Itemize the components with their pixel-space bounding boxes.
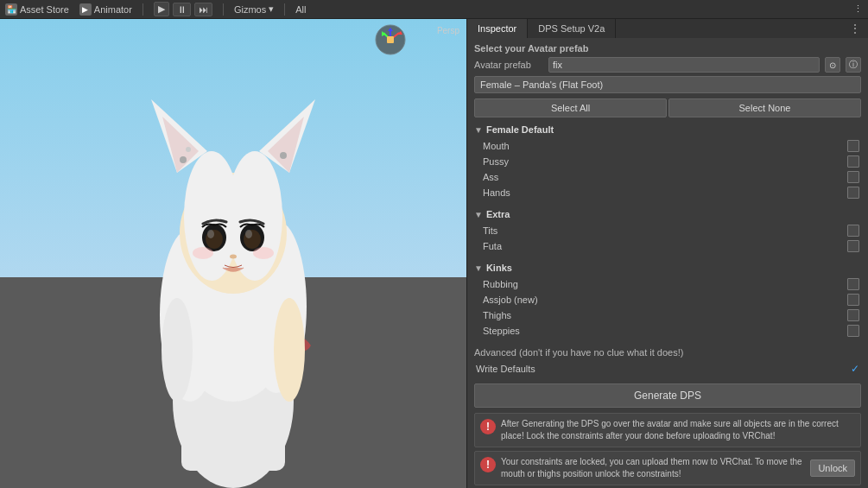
ass-label: Ass <box>483 172 498 182</box>
svg-point-29 <box>162 298 193 402</box>
svg-point-24 <box>207 230 214 238</box>
thighs-checkbox[interactable] <box>847 309 859 321</box>
asset-store-icon: 🏪 <box>5 3 17 16</box>
panel-more-menu[interactable]: ⋮ <box>842 19 868 38</box>
tits-label: Tits <box>483 225 497 236</box>
playback-controls: ▶ ⏸ ⏭ <box>154 2 212 16</box>
persp-label: Persp <box>437 26 459 35</box>
tits-checkbox[interactable] <box>847 225 859 237</box>
rubbing-row: Rubbing <box>481 276 861 292</box>
animator-tab[interactable]: ▶ Animator <box>79 3 132 16</box>
rubbing-checkbox[interactable] <box>847 278 859 290</box>
avatar-figure <box>86 39 380 488</box>
separator-1 <box>143 3 143 16</box>
female-default-arrow: ▼ <box>474 125 483 135</box>
futa-row: Futa <box>481 238 861 254</box>
mouth-label: Mouth <box>483 141 510 151</box>
female-default-header[interactable]: ▼ Female Default <box>474 124 861 135</box>
hands-label: Hands <box>483 187 510 198</box>
kinks-header[interactable]: ▼ Kinks <box>474 263 861 273</box>
gizmo-widget[interactable] <box>375 24 406 55</box>
select-avatar-label: Select your Avatar prefab <box>474 43 861 54</box>
pussy-checkbox[interactable] <box>847 155 859 168</box>
advanced-label: Advanced (don't if you have no clue what… <box>474 347 861 358</box>
svg-point-30 <box>274 298 305 402</box>
right-panel: Inspector DPS Setup V2a ⋮ Select your Av… <box>466 19 868 488</box>
notification-2-text: Your constraints are locked, you can upl… <box>501 456 805 480</box>
pussy-row: Pussy <box>481 154 861 169</box>
top-bar: 🏪 Asset Store ▶ Animator ▶ ⏸ ⏭ Gizmos ▾ … <box>0 0 868 19</box>
rubbing-label: Rubbing <box>483 279 518 289</box>
svg-point-27 <box>193 247 213 259</box>
mouth-row: Mouth <box>481 138 861 154</box>
mouth-checkbox[interactable] <box>847 140 859 152</box>
separator-3 <box>284 3 285 16</box>
steppies-label: Steppies <box>483 326 520 336</box>
hands-row: Hands <box>481 185 861 200</box>
unlock-button[interactable]: Unlock <box>810 459 855 477</box>
notification-2: ! Your constraints are locked, you can u… <box>474 451 861 485</box>
select-none-button[interactable]: Select None <box>668 98 861 117</box>
avatar-prefab-label: Avatar prefab <box>474 60 543 70</box>
animator-icon: ▶ <box>79 3 92 16</box>
generate-dps-button[interactable]: Generate DPS <box>474 383 861 408</box>
write-defaults-row: Write Defaults ✓ <box>474 361 861 377</box>
scene-viewport[interactable]: Persp <box>0 19 466 488</box>
pussy-label: Pussy <box>483 156 509 167</box>
main-area: Persp Inspector DPS Setup V2a ⋮ Select y… <box>0 19 868 488</box>
extra-items: Tits Futa <box>481 223 861 254</box>
write-defaults-label: Write Defaults <box>476 364 535 374</box>
notification-2-icon: ! <box>480 457 496 472</box>
advanced-section: Advanced (don't if you have no clue what… <box>474 347 861 377</box>
dps-setup-tab[interactable]: DPS Setup V2a <box>528 19 616 38</box>
avatar-dropdown[interactable]: Female – Panda's (Flat Foot) <box>474 76 861 93</box>
thighs-label: Thighs <box>483 310 511 320</box>
panel-tabs: Inspector DPS Setup V2a ⋮ <box>467 19 868 38</box>
svg-point-28 <box>253 247 274 259</box>
separator-2 <box>223 3 224 16</box>
avatar-prefab-row: Avatar prefab fix ⊙ ⓘ <box>474 57 861 73</box>
kinks-items: Rubbing Assjob (new) Thighs Steppies <box>481 276 861 339</box>
extra-section: ▼ Extra Tits Futa <box>474 209 861 254</box>
avatar-dropdown-row: Female – Panda's (Flat Foot) <box>474 76 861 93</box>
select-buttons: Select All Select None <box>474 98 861 117</box>
write-defaults-checkmark: ✓ <box>851 363 859 375</box>
assjob-label: Assjob (new) <box>483 295 538 305</box>
notification-1-text: After Generating the DPS go over the ava… <box>501 418 855 442</box>
ass-row: Ass <box>481 169 861 185</box>
step-button[interactable]: ⏭ <box>194 3 212 16</box>
svg-point-16 <box>186 147 191 152</box>
hands-checkbox[interactable] <box>847 187 859 199</box>
more-menu[interactable]: ⋮ <box>853 3 863 15</box>
futa-checkbox[interactable] <box>847 240 859 252</box>
svg-rect-38 <box>387 36 394 43</box>
pause-button[interactable]: ⏸ <box>173 3 191 16</box>
notification-1-icon: ! <box>480 419 496 434</box>
svg-point-25 <box>245 230 252 238</box>
inspector-tab[interactable]: Inspector <box>467 19 528 38</box>
ass-checkbox[interactable] <box>847 171 859 183</box>
svg-point-17 <box>280 152 287 159</box>
kinks-section: ▼ Kinks Rubbing Assjob (new) Thighs <box>474 263 861 339</box>
extra-header[interactable]: ▼ Extra <box>474 209 861 219</box>
assjob-row: Assjob (new) <box>481 292 861 307</box>
layers-selector[interactable]: All <box>295 4 306 15</box>
gizmos-toggle[interactable]: Gizmos ▾ <box>234 3 274 15</box>
tits-row: Tits <box>481 223 861 238</box>
select-all-button[interactable]: Select All <box>474 98 667 117</box>
avatar-prefab-info-btn[interactable]: ⓘ <box>846 57 861 73</box>
extra-arrow: ▼ <box>474 210 483 219</box>
kinks-arrow: ▼ <box>474 263 483 273</box>
play-button[interactable]: ▶ <box>154 2 169 16</box>
avatar-prefab-value: fix <box>548 57 820 73</box>
assjob-checkbox[interactable] <box>847 294 859 306</box>
steppies-checkbox[interactable] <box>847 325 859 337</box>
avatar-prefab-select-btn[interactable]: ⊙ <box>825 57 840 73</box>
female-default-items: Mouth Pussy Ass Hands <box>481 138 861 200</box>
female-default-section: ▼ Female Default Mouth Pussy Ass <box>474 124 861 200</box>
futa-label: Futa <box>483 241 502 251</box>
svg-point-26 <box>230 255 237 259</box>
panel-content: Select your Avatar prefab Avatar prefab … <box>467 38 868 488</box>
notification-1: ! After Generating the DPS go over the a… <box>474 413 861 447</box>
asset-store-tab[interactable]: 🏪 Asset Store <box>5 3 69 16</box>
